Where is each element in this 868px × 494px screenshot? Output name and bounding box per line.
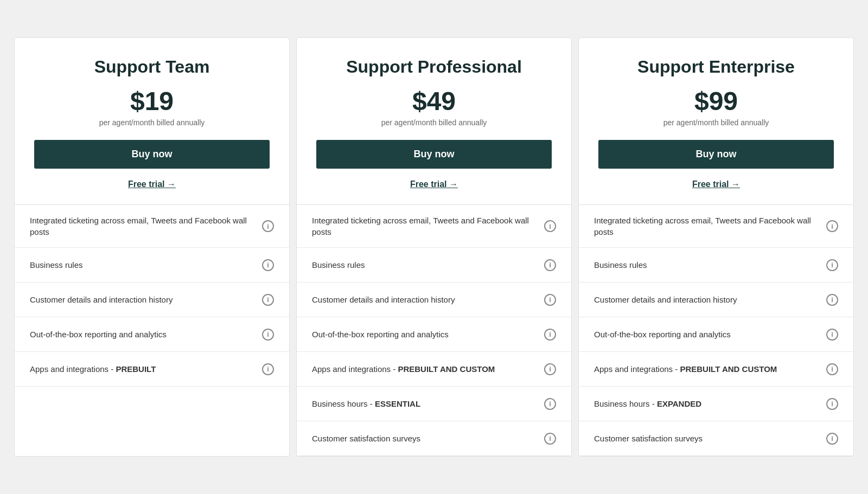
info-icon[interactable]: i [544,363,556,375]
feature-text: Customer details and interaction history [594,294,826,305]
features-list-professional: Integrated ticketing across email, Tweet… [297,205,571,456]
pricing-container: Support Team$19per agent/month billed an… [11,37,857,457]
free-trial-link-team[interactable]: Free trial [128,179,176,189]
buy-button-enterprise[interactable]: Buy now [598,140,834,169]
plan-card-enterprise: Support Enterprise$99per agent/month bil… [578,37,854,457]
feature-row: Customer details and interaction history… [579,283,853,317]
info-icon[interactable]: i [544,433,556,445]
feature-row: Customer details and interaction history… [297,283,571,317]
plan-header-enterprise: Support Enterprise$99per agent/month bil… [579,38,853,205]
feature-text: Out-of-the-box reporting and analytics [594,329,826,340]
feature-row: Customer satisfaction surveysi [297,421,571,456]
feature-text: Apps and integrations - PREBUILT AND CUS… [312,363,544,375]
feature-row: Business rulesi [15,248,289,283]
feature-row: Customer satisfaction surveysi [579,421,853,456]
plan-billing-professional: per agent/month billed annually [316,118,552,127]
feature-row: Apps and integrations - PREBUILTi [15,352,289,387]
plan-card-professional: Support Professional$49per agent/month b… [296,37,572,457]
info-icon[interactable]: i [544,329,556,341]
free-trial-link-enterprise[interactable]: Free trial [692,179,740,189]
feature-row: Business rulesi [297,248,571,283]
feature-row: Integrated ticketing across email, Tweet… [15,205,289,248]
info-icon[interactable]: i [262,220,274,232]
feature-row: Business rulesi [579,248,853,283]
plan-header-professional: Support Professional$49per agent/month b… [297,38,571,205]
info-icon[interactable]: i [544,220,556,232]
feature-text: Apps and integrations - PREBUILT [30,363,262,375]
info-icon[interactable]: i [544,398,556,410]
feature-text: Customer satisfaction surveys [312,433,544,444]
feature-text: Out-of-the-box reporting and analytics [312,329,544,340]
feature-text: Business hours - ESSENTIAL [312,398,544,409]
plan-billing-enterprise: per agent/month billed annually [598,118,834,127]
feature-text: Business rules [30,259,262,271]
info-icon[interactable]: i [262,363,274,375]
feature-text: Business hours - EXPANDED [594,398,826,409]
feature-text: Integrated ticketing across email, Tweet… [30,215,262,238]
features-list-enterprise: Integrated ticketing across email, Tweet… [579,205,853,456]
feature-row: Apps and integrations - PREBUILT AND CUS… [297,352,571,387]
plan-price-enterprise: $99 [598,86,834,116]
features-list-team: Integrated ticketing across email, Tweet… [15,205,289,456]
info-icon[interactable]: i [826,433,838,445]
feature-text: Apps and integrations - PREBUILT AND CUS… [594,363,826,375]
feature-row: Out-of-the-box reporting and analyticsi [15,317,289,352]
plan-card-team: Support Team$19per agent/month billed an… [14,37,290,457]
plan-name-enterprise: Support Enterprise [598,57,834,76]
plan-price-professional: $49 [316,86,552,116]
free-trial-link-professional[interactable]: Free trial [410,179,458,189]
info-icon[interactable]: i [826,259,838,271]
feature-row: Customer details and interaction history… [15,283,289,317]
info-icon[interactable]: i [262,259,274,271]
plan-name-team: Support Team [34,57,270,76]
plan-name-professional: Support Professional [316,57,552,76]
info-icon[interactable]: i [826,220,838,232]
feature-row: Business hours - ESSENTIALi [297,387,571,421]
info-icon[interactable]: i [826,363,838,375]
feature-text: Business rules [594,259,826,271]
feature-text: Business rules [312,259,544,271]
feature-row: Out-of-the-box reporting and analyticsi [579,317,853,352]
buy-button-professional[interactable]: Buy now [316,140,552,169]
feature-row: Apps and integrations - PREBUILT AND CUS… [579,352,853,387]
buy-button-team[interactable]: Buy now [34,140,270,169]
feature-text: Customer details and interaction history [30,294,262,305]
plan-header-team: Support Team$19per agent/month billed an… [15,38,289,205]
feature-row: Business hours - EXPANDEDi [579,387,853,421]
feature-row: Integrated ticketing across email, Tweet… [297,205,571,248]
feature-text: Out-of-the-box reporting and analytics [30,329,262,340]
info-icon[interactable]: i [544,259,556,271]
info-icon[interactable]: i [826,329,838,341]
plan-price-team: $19 [34,86,270,116]
info-icon[interactable]: i [262,329,274,341]
plan-billing-team: per agent/month billed annually [34,118,270,127]
info-icon[interactable]: i [826,294,838,306]
feature-text: Customer details and interaction history [312,294,544,305]
feature-row: Integrated ticketing across email, Tweet… [579,205,853,248]
feature-text: Customer satisfaction surveys [594,433,826,444]
feature-text: Integrated ticketing across email, Tweet… [594,215,826,238]
info-icon[interactable]: i [262,294,274,306]
feature-text: Integrated ticketing across email, Tweet… [312,215,544,238]
info-icon[interactable]: i [544,294,556,306]
info-icon[interactable]: i [826,398,838,410]
feature-row: Out-of-the-box reporting and analyticsi [297,317,571,352]
